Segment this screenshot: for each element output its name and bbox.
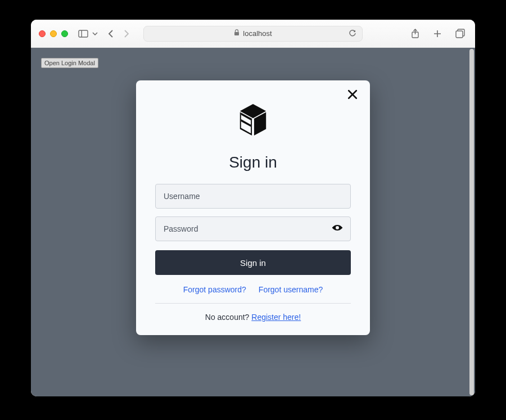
close-button[interactable] xyxy=(345,88,360,103)
browser-titlebar: localhost xyxy=(31,20,475,48)
svg-rect-2 xyxy=(234,32,239,35)
divider xyxy=(155,303,351,304)
brand-logo xyxy=(155,103,351,140)
open-login-modal-button[interactable]: Open Login Modal xyxy=(41,58,98,68)
nav-back-button[interactable] xyxy=(104,26,119,41)
login-modal: Sign in Sign in Forgot password? Forgot … xyxy=(136,80,370,335)
forgot-username-link[interactable]: Forgot username? xyxy=(259,285,323,294)
reload-icon[interactable] xyxy=(349,29,356,38)
register-footer: No account? Register here! xyxy=(155,313,351,322)
window-minimize-button[interactable] xyxy=(50,30,57,37)
username-input[interactable] xyxy=(164,192,342,201)
share-button[interactable] xyxy=(408,26,422,41)
no-account-text: No account? xyxy=(205,313,252,322)
password-field-wrapper xyxy=(155,216,351,241)
window-close-button[interactable] xyxy=(39,30,46,37)
toggle-password-visibility-button[interactable] xyxy=(331,223,344,235)
nav-forward-button[interactable] xyxy=(119,26,133,41)
window-controls xyxy=(39,30,68,37)
vertical-scrollbar[interactable] xyxy=(469,49,474,395)
username-field-wrapper xyxy=(155,184,351,209)
close-icon xyxy=(347,89,358,102)
svg-rect-7 xyxy=(456,31,463,38)
browser-window: localhost Open Login Modal xyxy=(31,20,475,396)
eye-icon xyxy=(331,222,344,236)
forgot-password-link[interactable]: Forgot password? xyxy=(183,285,246,294)
password-input[interactable] xyxy=(164,224,342,233)
help-links: Forgot password? Forgot username? xyxy=(155,285,351,294)
sign-in-button[interactable]: Sign in xyxy=(155,250,351,275)
sidebar-toggle-button[interactable] xyxy=(76,26,91,41)
lock-icon xyxy=(234,29,240,38)
modal-heading: Sign in xyxy=(155,153,351,171)
page-viewport: Open Login Modal xyxy=(31,48,475,396)
svg-point-16 xyxy=(336,227,338,228)
window-zoom-button[interactable] xyxy=(61,30,68,37)
svg-rect-0 xyxy=(79,30,88,37)
cube-logo-icon xyxy=(237,103,269,140)
tab-dropdown-button[interactable] xyxy=(91,26,100,41)
address-bar-url: localhost xyxy=(243,29,272,38)
tabs-overview-button[interactable] xyxy=(453,26,467,41)
new-tab-button[interactable] xyxy=(430,26,445,41)
scrollbar-thumb[interactable] xyxy=(469,49,474,395)
address-bar[interactable]: localhost xyxy=(143,26,363,42)
register-link[interactable]: Register here! xyxy=(251,313,301,322)
